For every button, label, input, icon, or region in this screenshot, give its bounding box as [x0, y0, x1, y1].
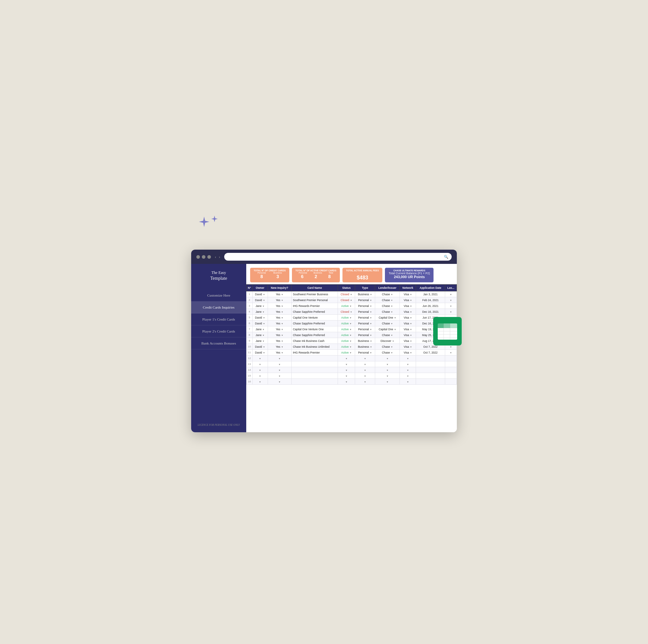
cell-inquiry: Yes ▼ — [268, 303, 291, 309]
cell-type: ▼ — [355, 379, 375, 385]
search-icon: 🔍 — [444, 255, 448, 259]
cell-lender: Chase ▼ — [375, 344, 400, 350]
cell-lender: Chase ▼ — [375, 303, 400, 309]
cell-lender: ▼ — [375, 367, 400, 373]
cell-inquiry: ▼ — [268, 355, 291, 361]
stats-bar: Total N° of Credit Cards Personal Busine… — [246, 268, 457, 284]
back-icon[interactable]: ‹ — [215, 254, 216, 259]
cell-type: Business ▼ — [355, 291, 375, 297]
cell-network: Visa ▼ — [400, 332, 416, 338]
svg-rect-8 — [438, 324, 443, 328]
cell-card-name: IHG Rewards Premier — [291, 303, 338, 309]
cell-type: Personal ▼ — [355, 309, 375, 315]
cell-network: ▼ — [400, 367, 416, 373]
col-owner: Owner — [253, 285, 268, 291]
sidebar-item-inquiries[interactable]: Credit Cards Inquiries — [191, 301, 246, 313]
cell-inquiry: ▼ — [268, 373, 291, 379]
table-row: 1David ▼Yes ▼Southwest Premier BusinessC… — [247, 291, 457, 297]
google-sheets-icon — [433, 317, 462, 347]
sidebar-item-p1[interactable]: Player 1's Credit Cards — [191, 313, 246, 326]
cell-card-name: Chase Sapphire Preferred — [291, 320, 338, 327]
cell-last: ▼ — [445, 309, 456, 315]
cell-inquiry: Yes ▼ — [268, 291, 291, 297]
cell-app-date — [416, 361, 445, 367]
cell-num: 12 — [247, 355, 253, 361]
sidebar: The Easy Template Customize Here Credit … — [191, 264, 246, 432]
max-dot[interactable] — [207, 255, 211, 259]
cell-card-name: IHG Rewards Premier — [291, 350, 338, 355]
cell-status: Closed ▼ — [338, 291, 355, 297]
cell-inquiry: Yes ▼ — [268, 315, 291, 320]
cell-type: Personal ▼ — [355, 350, 375, 355]
stat-val-business: 3 — [276, 274, 279, 279]
stat-values-2: 6 2 8 — [295, 274, 336, 279]
cell-owner: ▼ — [253, 361, 268, 367]
cell-status: Active ▼ — [338, 350, 355, 355]
cell-lender: Chase ▼ — [375, 350, 400, 355]
col-app-date: Application Date — [416, 285, 445, 291]
cell-card-name — [291, 361, 338, 367]
col-last: Las... — [445, 285, 456, 291]
svg-rect-9 — [443, 324, 450, 328]
browser-nav: ‹ › — [215, 254, 220, 259]
stat-sub-balance: Total Current Balance (P1 + P2) — [388, 272, 430, 275]
sidebar-logo: The Easy Template — [210, 270, 227, 281]
cell-last: ▼ — [445, 297, 456, 303]
cell-inquiry: Yes ▼ — [268, 332, 291, 338]
url-bar[interactable]: 🔍 — [224, 253, 452, 260]
cell-owner: ▼ — [253, 355, 268, 361]
cell-type: Business ▼ — [355, 338, 375, 344]
cell-status: ▼ — [338, 361, 355, 367]
table-row: 16▼▼▼▼▼▼ — [247, 379, 457, 385]
cell-card-name — [291, 367, 338, 373]
cell-num: 3 — [247, 303, 253, 309]
table-header-row: N° Owner New Inquiry? Card Name Status T… — [247, 285, 457, 291]
cell-inquiry: Yes ▼ — [268, 344, 291, 350]
sidebar-item-p2[interactable]: Player 2's Credit Cards — [191, 326, 246, 337]
cell-num: 4 — [247, 309, 253, 315]
cell-status: Active ▼ — [338, 315, 355, 320]
table-row: 8Jane ▼Yes ▼Chase Sapphire PreferredActi… — [247, 332, 457, 338]
sidebar-item-customize[interactable]: Customize Here — [191, 289, 246, 301]
stat-val2-total: 8 — [328, 274, 331, 279]
cell-owner: Jane ▼ — [253, 303, 268, 309]
cell-status: ▼ — [338, 367, 355, 373]
forward-icon[interactable]: › — [219, 254, 220, 259]
cell-network: Visa ▼ — [400, 315, 416, 320]
col-status: Status — [338, 285, 355, 291]
sidebar-item-bank[interactable]: Bank Accounts Bonuses — [191, 337, 246, 349]
cell-inquiry: ▼ — [268, 379, 291, 385]
cell-network: Visa ▼ — [400, 344, 416, 350]
close-dot[interactable] — [196, 255, 200, 259]
table-row: 14▼▼▼▼▼▼ — [247, 367, 457, 373]
cell-network: Visa ▼ — [400, 338, 416, 344]
stat-sub-business: Business — [273, 272, 282, 274]
table-wrap[interactable]: N° Owner New Inquiry? Card Name Status T… — [246, 284, 457, 432]
cell-lender: ▼ — [375, 355, 400, 361]
cell-lender: Discover ▼ — [375, 338, 400, 344]
cell-card-name: Chase Ink Business Unlimited — [291, 344, 338, 350]
cell-inquiry: Yes ▼ — [268, 297, 291, 303]
cell-num: 16 — [247, 379, 253, 385]
stat-total-cards: Total N° of Credit Cards Personal Busine… — [250, 268, 289, 282]
table-row: 11David ▼Yes ▼IHG Rewards PremierActive … — [247, 350, 457, 355]
cell-type: Personal ▼ — [355, 327, 375, 332]
sparkles-decoration — [198, 215, 220, 237]
stat-sub2-personal: Personal — [299, 272, 307, 274]
cell-type: Business ▼ — [355, 344, 375, 350]
stat-active-cards: Total N° of Active Credit Cards Personal… — [292, 268, 340, 282]
col-card-name: Card Name — [291, 285, 338, 291]
cell-type: Personal ▼ — [355, 332, 375, 338]
cell-type: ▼ — [355, 373, 375, 379]
min-dot[interactable] — [202, 255, 205, 259]
cell-last: ▼ — [445, 303, 456, 309]
cell-lender: Chase ▼ — [375, 320, 400, 327]
cell-num: 8 — [247, 332, 253, 338]
cell-lender: ▼ — [375, 361, 400, 367]
main-content: Total N° of Credit Cards Personal Busine… — [246, 264, 457, 432]
cell-status: Active ▼ — [338, 303, 355, 309]
cell-num: 11 — [247, 350, 253, 355]
cell-last — [445, 361, 456, 367]
header-section — [191, 215, 457, 241]
cell-inquiry: ▼ — [268, 361, 291, 367]
